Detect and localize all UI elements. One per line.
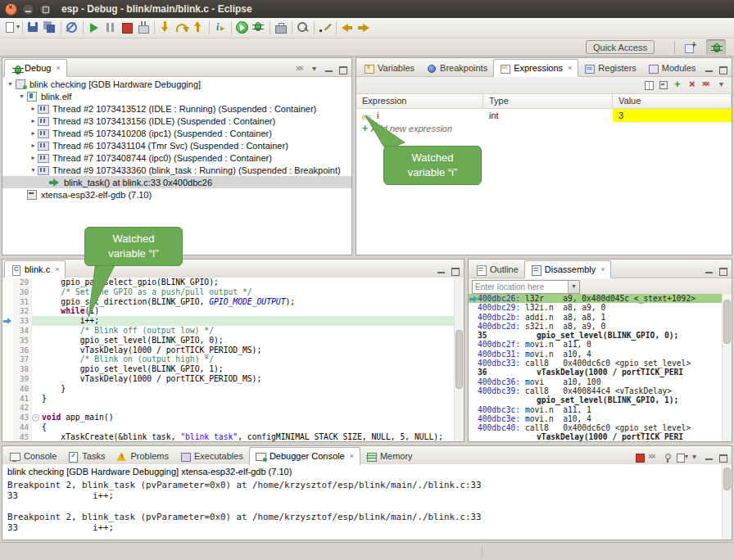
code-line[interactable]: 37 /* Blink on (output high) */ [2,355,464,364]
tree-collapsed-icon[interactable]: ▸ [29,105,38,112]
code-line[interactable]: 44{ [2,422,464,432]
console-output[interactable]: blink checking [GDB Hardware Debugging] … [2,464,732,540]
code-line[interactable]: 32 while(1) [2,306,464,316]
disassembly-line[interactable]: 400dbc40:call8 0x400dc6c0 <gpio_set_leve… [469,423,732,432]
code-line[interactable]: 43void app_main() [2,413,464,422]
skip-breakpoints-icon[interactable] [64,20,80,36]
tree-collapsed-icon[interactable]: ▸ [29,129,38,137]
expression-row[interactable]: iint3 [356,109,732,122]
scrollbar-thumb[interactable] [723,467,731,490]
tab-blink-c[interactable]: blink.c× [4,260,66,278]
close-tab-icon[interactable]: × [568,64,572,72]
remove-all-consoles-icon[interactable] [647,451,660,464]
minimize-icon[interactable] [703,264,716,278]
close-tab-icon[interactable]: × [350,452,354,460]
view-menu-icon[interactable] [309,63,322,76]
minimize-icon[interactable] [323,63,336,76]
close-tab-icon[interactable]: × [600,265,605,273]
tab-expressions[interactable]: Expressions× [493,59,578,77]
tab-problems[interactable]: Problems [111,448,174,464]
disassembly-source-line[interactable]: gpio_set_level(BLINK_GPIO, 1); [469,395,732,404]
tab-disassembly[interactable]: Disassembly× [524,260,612,278]
maximize-icon[interactable] [337,63,350,76]
new-wizard-icon[interactable] [3,20,20,36]
close-tab-icon[interactable]: × [56,64,60,72]
disassembly-line[interactable]: 400dbc29:l32i.n a8, a9, 0 [469,303,732,312]
disassembly-line[interactable]: 400dbc26:l32r a9, 0x400d045c <_stext+109… [469,294,732,303]
code-line[interactable]: 31 gpio_set_direction(BLINK_GPIO, GPIO_M… [2,297,464,307]
debug-tree-item[interactable]: blink_task() at blink.c:33 0x400dbc26 [2,176,351,188]
save-all-icon[interactable] [42,20,58,36]
code-line[interactable]: 36 vTaskDelay(1000 / portTICK_PERIOD_MS)… [2,345,464,355]
remove-all-expressions-icon[interactable] [701,79,714,92]
close-tab-icon[interactable]: × [55,265,59,273]
tab-memory[interactable]: Memory [360,448,419,464]
code-line[interactable]: 30 /* Set the GPIO as a push/pull output… [2,287,464,297]
tab-tasks[interactable]: Tasks [62,448,111,464]
disassembly-line[interactable]: 400dbc2f:movi.n a11, 0 [469,340,732,349]
column-header-value[interactable]: Value [613,94,732,108]
debug-tree-item[interactable]: ▾blink.elf [2,90,351,102]
debug-perspective-button[interactable] [706,39,726,55]
last-edit-icon[interactable] [317,20,333,36]
code-line[interactable]: 34 /* Blink off (output low) */ [2,326,464,336]
disassembly-line[interactable]: 400dbc39:call8 0x400844c4 <vTaskDelay> [469,386,732,395]
column-header-expression[interactable]: Expression [356,94,483,108]
code-line[interactable]: 42 [2,403,464,413]
disconnect-icon[interactable] [135,20,152,36]
console-vertical-scrollbar[interactable] [722,464,732,540]
tab-executables[interactable]: Executables [174,448,249,464]
pin-console-icon[interactable] [661,451,674,464]
run-icon[interactable] [234,20,251,36]
minimize-icon[interactable] [435,264,448,278]
quick-access-button[interactable]: Quick Access [586,40,655,54]
tree-collapsed-icon[interactable]: ▸ [29,142,38,149]
tab-console[interactable]: Console [4,448,62,464]
tree-collapsed-icon[interactable]: ▸ [29,154,38,161]
remove-all-terminated-icon[interactable] [295,63,308,76]
tab-debug[interactable]: Debug× [4,59,67,77]
disassembly-line[interactable]: 400dbc3c:movi.n a11, 1 [469,405,732,414]
step-over-icon[interactable] [174,20,190,36]
debug-tree-item[interactable]: ▾blink checking [GDB Hardware Debugging] [2,78,351,90]
save-icon[interactable] [25,20,42,36]
titlebar[interactable]: × esp - Debug - blink/main/blink.c - Ecl… [0,0,734,18]
step-return-icon[interactable] [190,20,206,36]
code-line[interactable]: 38 gpio_set_level(BLINK_GPIO, 1); [2,364,464,374]
tree-collapsed-icon[interactable]: ▸ [29,117,38,124]
tab-modules[interactable]: Modules [642,60,702,76]
scrollbar-thumb[interactable] [455,330,463,389]
suspend-icon[interactable] [102,20,119,36]
step-into-icon[interactable] [157,20,174,36]
debug-tree-item[interactable]: ▸Thread #5 1073410208 (ipc1) (Suspended … [2,127,351,139]
open-console-icon[interactable] [675,451,688,464]
tree-expanded-icon[interactable]: ▾ [29,166,38,174]
disassembly-source-line[interactable]: 35gpio_set_level(BLINK_GPIO, 0); [469,331,732,340]
debug-tree-item[interactable]: ▸Thread #7 1073408744 (ipc0) (Suspended … [2,151,351,164]
column-header-type[interactable]: Type [483,94,613,108]
debug-tree-item[interactable]: ▸Thread #3 1073413156 (IDLE) (Suspended … [2,115,351,127]
scrollbar-thumb[interactable] [723,300,731,344]
disassembly-line[interactable]: 400dbc2d:s32i.n a8, a9, 0 [469,322,732,331]
code-line[interactable]: 29 gpio_pad_select_gpio(BLINK_GPIO); [2,278,464,287]
search-icon[interactable] [295,20,311,36]
disassembly-line[interactable]: 400dbc31:movi.n a10, 4 [469,350,732,359]
code-line[interactable]: 33 i++; [2,316,464,326]
remove-expression-icon[interactable] [686,79,700,92]
maximize-icon[interactable] [449,264,462,278]
combo-dropdown-icon[interactable]: ▾ [568,281,579,293]
disassembly-line[interactable]: 400dbc33:call8 0x400dc6c0 <gpio_set_leve… [469,359,732,368]
view-menu-icon[interactable] [716,79,729,92]
minimize-window-button[interactable] [22,3,34,16]
disassembly-line[interactable]: 400dbc3e:movi.n a10, 4 [469,414,732,423]
back-icon[interactable] [339,20,356,36]
view-menu-icon[interactable] [689,451,702,464]
maximize-icon[interactable] [717,264,730,278]
location-combo[interactable]: Enter location here ▾ [472,280,580,294]
code-line[interactable]: 35 gpio_set_level(BLINK_GPIO, 0); [2,336,464,345]
tab-outline[interactable]: Outline [470,261,524,278]
tab-registers[interactable]: Registers [578,60,641,76]
disassembly-line[interactable]: 400dbc2b:addi.n a8, a8, 1 [469,313,732,322]
disassembly-listing[interactable]: 400dbc26:l32r a9, 0x400d045c <_stext+109… [469,294,732,441]
forward-icon[interactable] [356,20,372,36]
